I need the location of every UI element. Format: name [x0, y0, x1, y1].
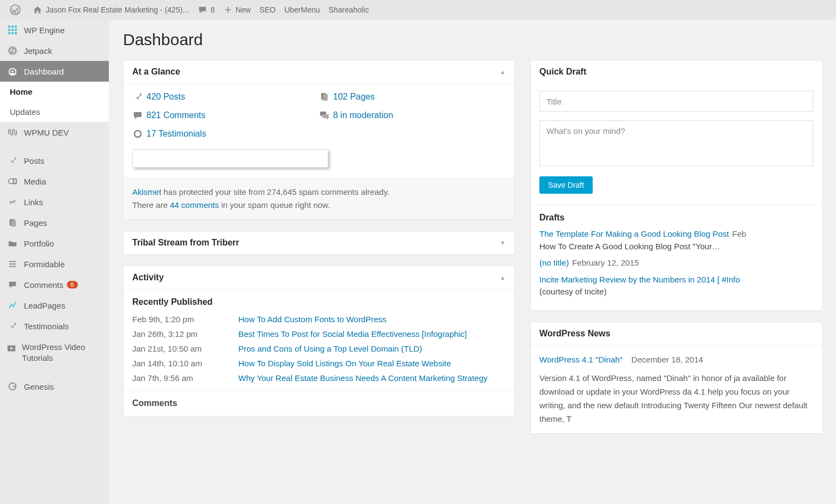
- sidebar-item-jetpack[interactable]: Jetpack: [0, 40, 109, 61]
- akismet-link[interactable]: Akismet: [132, 187, 161, 196]
- draft-item: Incite Marketing Review by the Numbers i…: [539, 274, 813, 298]
- activity-link[interactable]: Pros and Cons of Using a Top Level Domai…: [238, 344, 422, 353]
- sidebar-item-pages[interactable]: Pages: [0, 212, 109, 233]
- sidebar-label: Formidable: [24, 260, 65, 269]
- activity-link[interactable]: How To Add Custom Fonts to WordPress: [238, 315, 386, 324]
- site-link[interactable]: Jason Fox Real Estate Marketing - (425).…: [28, 0, 193, 20]
- pin-icon: [7, 321, 19, 331]
- sidebar-item-links[interactable]: Links: [0, 192, 109, 212]
- adminbar-shareaholic[interactable]: Shareaholic: [324, 0, 373, 20]
- sidebar-item-dashboard[interactable]: Dashboard: [0, 61, 109, 82]
- draft-content-input[interactable]: [539, 120, 813, 166]
- news-headline-link[interactable]: WordPress 4.1 "Dinah": [539, 355, 623, 364]
- wp-logo[interactable]: [5, 0, 28, 20]
- pin-icon: [132, 91, 146, 102]
- at-a-glance-title: At a Glance: [132, 67, 180, 77]
- svg-rect-7: [8, 32, 10, 34]
- activity-link[interactable]: Why Your Real Estate Business Needs A Co…: [238, 373, 488, 383]
- draft-link[interactable]: Incite Marketing Review by the Numbers i…: [539, 275, 740, 284]
- sidebar-item-posts[interactable]: Posts: [0, 150, 109, 171]
- wpengine-icon: [7, 25, 19, 35]
- news-date: December 18, 2014: [631, 355, 703, 364]
- sidebar-label: WP Engine: [24, 26, 65, 35]
- svg-rect-16: [9, 263, 16, 265]
- svg-rect-1: [8, 26, 10, 28]
- spam-queue-link[interactable]: 44 comments: [170, 200, 219, 210]
- sidebar-label: Posts: [24, 156, 45, 165]
- sidebar-label: Links: [24, 198, 43, 207]
- news-body-text: Version 4.1 of WordPress, named "Dinah" …: [539, 372, 813, 426]
- sidebar-item-portfolio[interactable]: Portfolio: [0, 233, 109, 254]
- tribal-box: Tribal Stream from Triberr ▼: [123, 231, 515, 255]
- draft-link[interactable]: (no title): [539, 258, 569, 267]
- save-draft-button[interactable]: Save Draft: [539, 176, 593, 194]
- wordpress-news-box: WordPress News WordPress 4.1 "Dinah" Dec…: [530, 322, 822, 434]
- adminbar-ubermenu[interactable]: UberMenu: [280, 0, 324, 20]
- activity-row: Jan 7th, 9:56 am Why Your Real Estate Bu…: [132, 373, 506, 383]
- sidebar-item-genesis[interactable]: Genesis: [0, 376, 109, 397]
- admin-bar: Jason Fox Real Estate Marketing - (425).…: [0, 0, 836, 20]
- moderation-icon: [319, 110, 333, 121]
- sidebar-item-wpmudev[interactable]: WPMU DEV: [0, 122, 109, 143]
- sidebar-label: Testimonials: [24, 322, 69, 331]
- svg-point-10: [8, 46, 17, 55]
- sidebar-item-leadpages[interactable]: LeadPages: [0, 295, 109, 316]
- akismet-notice: Akismet has protected your site from 274…: [124, 177, 514, 219]
- activity-row: Jan 21st, 10:50 am Pros and Cons of Usin…: [132, 344, 506, 353]
- svg-point-20: [134, 131, 141, 137]
- activity-title: Activity: [132, 273, 164, 282]
- sidebar-item-comments[interactable]: Comments 8: [0, 274, 109, 295]
- sidebar-item-formidable[interactable]: Formidable: [0, 254, 109, 274]
- main-content: Dashboard At a Glance ▲ 420 Pos: [109, 20, 836, 504]
- sidebar-item-media[interactable]: Media: [0, 171, 109, 192]
- recently-published-title: Recently Published: [132, 297, 506, 307]
- activity-date: Jan 21st, 10:50 am: [132, 344, 238, 353]
- svg-rect-15: [9, 261, 16, 262]
- glance-moderation[interactable]: 8 in moderation: [319, 110, 506, 121]
- sidebar-item-wpengine[interactable]: WP Engine: [0, 20, 109, 40]
- comment-icon: [198, 5, 207, 15]
- svg-rect-12: [14, 179, 16, 184]
- portfolio-icon: [7, 238, 19, 248]
- comments-badge: 8: [67, 281, 78, 288]
- activity-link[interactable]: How To Display Sold Listings On Your Rea…: [238, 359, 451, 368]
- news-title: WordPress News: [539, 329, 610, 339]
- activity-link[interactable]: Best Times To Post for Social Media Effe…: [238, 329, 467, 339]
- glance-testimonials[interactable]: 17 Testimonials: [132, 128, 319, 139]
- sidebar-subitem-home[interactable]: Home: [0, 82, 109, 102]
- collapse-toggle[interactable]: ▲: [500, 274, 506, 281]
- svg-rect-17: [9, 266, 16, 267]
- glance-search-box[interactable]: [132, 149, 328, 168]
- sidebar-item-testimonials[interactable]: Testimonials: [0, 316, 109, 336]
- sidebar-item-video-tutorials[interactable]: WordPress Video Tutorials: [0, 336, 109, 368]
- adminbar-new[interactable]: New: [219, 0, 255, 20]
- activity-row: Feb 9th, 1:20 pm How To Add Custom Fonts…: [132, 315, 506, 324]
- adminbar-seo[interactable]: SEO: [255, 0, 280, 20]
- video-icon: [7, 343, 16, 353]
- glance-comments[interactable]: 821 Comments: [132, 110, 319, 121]
- sidebar-label: LeadPages: [24, 301, 65, 310]
- draft-title-input[interactable]: [539, 91, 813, 112]
- pages-icon: [7, 218, 19, 228]
- media-icon: [7, 176, 19, 186]
- activity-date: Feb 9th, 1:20 pm: [132, 315, 238, 324]
- drafts-heading: Drafts: [539, 213, 813, 223]
- tribal-title: Tribal Stream from Triberr: [132, 238, 239, 248]
- sidebar-subitem-updates[interactable]: Updates: [0, 102, 109, 122]
- activity-box: Activity ▲ Recently Published Feb 9th, 1…: [123, 266, 515, 416]
- svg-rect-6: [15, 29, 17, 31]
- jetpack-icon: [7, 46, 19, 56]
- draft-link[interactable]: The Template For Making a Good Looking B…: [539, 229, 729, 238]
- activity-comments-title: Comments: [124, 390, 514, 416]
- testimonial-icon: [132, 128, 146, 139]
- expand-toggle[interactable]: ▼: [500, 239, 506, 246]
- page-title: Dashboard: [123, 30, 822, 49]
- collapse-toggle[interactable]: ▲: [500, 69, 506, 75]
- glance-pages[interactable]: 102 Pages: [319, 91, 506, 102]
- at-a-glance-box: At a Glance ▲ 420 Posts: [123, 60, 515, 220]
- adminbar-comments[interactable]: 8: [193, 0, 219, 20]
- sidebar-label: Portfolio: [24, 239, 54, 248]
- svg-rect-3: [15, 26, 17, 28]
- wpmu-icon: [7, 127, 19, 137]
- glance-posts[interactable]: 420 Posts: [132, 91, 319, 102]
